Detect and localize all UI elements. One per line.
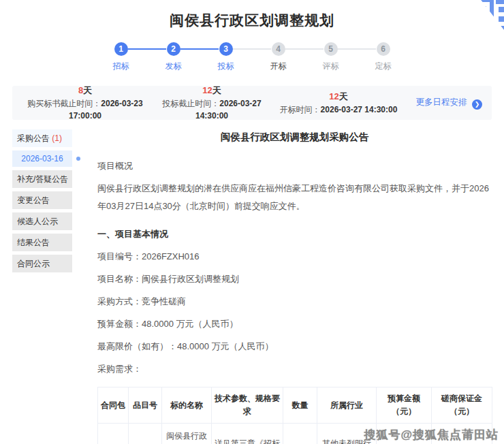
- col-subject-name: 标的名称: [162, 387, 212, 424]
- page-title: 闽侯县行政区划调整规划: [0, 0, 504, 30]
- sidebar-item-change[interactable]: 变更公告: [12, 191, 72, 209]
- step-circle: 1: [114, 42, 128, 56]
- schedule-item-open-time: 12天 开标时间：2026-03-27 14:30:00: [275, 90, 402, 116]
- step-label: 招标: [95, 61, 147, 72]
- col-budget-amount: 预算金额 （元）: [377, 387, 432, 424]
- schedule-label: 投标截止时间：: [162, 99, 219, 108]
- field-label: 项目名称：: [97, 274, 142, 284]
- step-circle: 3: [219, 42, 233, 56]
- field-budget: 预算金额：48.0000 万元（人民币）: [97, 318, 492, 330]
- step-label: 开标: [252, 61, 304, 72]
- col-quantity: 数量: [283, 387, 317, 424]
- announcement-count-badge: (1): [52, 133, 62, 143]
- sidebar-item-results[interactable]: 结果公告: [12, 234, 72, 251]
- overview-heading: 项目概况: [97, 157, 492, 174]
- sidebar-item-date[interactable]: 2026-03-16: [12, 150, 72, 167]
- cell-contract-package: 1: [98, 424, 129, 444]
- field-project-number: 项目编号：2026FZXH016: [97, 251, 492, 263]
- step-evaluate: 5 评标: [304, 42, 357, 72]
- sidebar-item-supplement[interactable]: 补充/答疑公告: [12, 170, 72, 188]
- cell-subject-name: 闽侯县行政区划调整规划: [162, 424, 212, 444]
- step-issue: 2 发标: [147, 42, 200, 72]
- step-label: 评标: [304, 61, 357, 72]
- sidebar-item-label: 采购公告: [17, 133, 50, 143]
- step-circle: 6: [377, 42, 390, 56]
- step-label: 发标: [147, 61, 200, 72]
- step-award: 6 定标: [357, 42, 409, 72]
- watermark: 搜狐号@搜狐焦点莆田站: [364, 427, 499, 443]
- field-value: 竞争性磋商: [142, 296, 186, 306]
- field-value: 48.0000 万元（人民币）: [142, 319, 238, 329]
- sidebar-item-procurement-announcement[interactable]: 采购公告 (1): [12, 129, 72, 147]
- col-contract-package: 合同包: [98, 387, 129, 424]
- cell-quantity: 1项: [283, 424, 317, 444]
- col-industry: 所属行业: [317, 387, 377, 424]
- cell-tech-specs: 详见第三章《招标内容及要求》: [212, 424, 283, 444]
- field-value: 2026FZXH016: [142, 251, 200, 261]
- progress-stepper: 1 招标 2 发标 3 投标 4 开标 5 评标 6 定标: [0, 42, 504, 72]
- col-tech-specs: 技术参数、规格要求: [212, 387, 283, 424]
- step-submit: 3 投标: [200, 42, 252, 72]
- date-label: 2026-03-16: [21, 154, 63, 163]
- field-label: 最高限价（如有）：: [97, 341, 177, 351]
- days-unit: 天: [83, 85, 92, 95]
- step-bidding: 1 招标: [95, 42, 147, 72]
- step-label: 投标: [200, 61, 252, 72]
- active-dot-icon: [76, 157, 80, 161]
- more-schedule-label: 更多日程安排: [416, 97, 467, 107]
- step-circle: 4: [272, 42, 285, 56]
- sidebar-item-candidates[interactable]: 候选人公示: [12, 212, 72, 230]
- days-unit: 天: [212, 85, 221, 95]
- field-project-name: 项目名称：闽侯县行政区划调整规划: [97, 273, 492, 285]
- step-circle: 2: [167, 42, 180, 56]
- table-header-row: 合同包 品目号 标的名称 技术参数、规格要求 数量 所属行业 预算金额 （元） …: [98, 387, 492, 424]
- field-max-price: 最高限价（如有）：48.0000 万元（人民币）: [97, 340, 492, 353]
- schedule-bar: 8天 购买标书截止时间：2026-03-23 17:00:00 12天 投标截止…: [12, 86, 492, 120]
- chevron-right-icon: ❯: [472, 99, 482, 110]
- demand-label: 采购需求：: [97, 363, 492, 375]
- schedule-label: 开标时间：: [280, 105, 321, 114]
- more-schedule-link[interactable]: 更多日程安排 ❯: [402, 97, 482, 110]
- step-label: 定标: [357, 61, 409, 72]
- field-label: 预算金额：: [97, 319, 142, 329]
- field-label: 项目编号：: [97, 251, 142, 261]
- schedule-label: 购买标书截止时间：: [27, 99, 101, 108]
- schedule-item-purchase-deadline: 8天 购买标书截止时间：2026-03-23 17:00:00: [22, 84, 148, 122]
- sidebar-item-contract[interactable]: 合同公示: [12, 255, 72, 272]
- step-open: 4 开标: [252, 42, 304, 72]
- field-procurement-method: 采购方式：竞争性磋商: [97, 296, 492, 308]
- col-deposit: 磋商保证金 （元）: [432, 387, 492, 424]
- days-unit: 天: [339, 91, 348, 101]
- overview-text: 闽侯县行政区划调整规划的潜在供应商应在福州信豪工程造价咨询有限公司获取采购文件，…: [97, 180, 492, 215]
- days-count: 12: [329, 91, 338, 101]
- field-label: 采购方式：: [97, 296, 142, 306]
- step-circle: 5: [324, 42, 338, 56]
- days-count: 12: [202, 85, 212, 95]
- field-value: 闽侯县行政区划调整规划: [142, 274, 239, 284]
- schedule-value: 2026-03-27 14:30:00: [321, 105, 398, 114]
- field-value: 48.0000 万元（人民币）: [177, 341, 274, 351]
- col-item-number: 品目号: [129, 387, 162, 424]
- announcement-body: 闽侯县行政区划调整规划采购公告 项目概况 闽侯县行政区划调整规划的潜在供应商应在…: [97, 129, 492, 444]
- schedule-item-bid-deadline: 12天 投标截止时间：2026-03-27 14:30:00: [148, 84, 275, 122]
- cell-item-number: 1-1: [129, 424, 162, 444]
- content-area: 采购公告 (1) 2026-03-16 补充/答疑公告 变更公告 候选人公示 结…: [0, 129, 504, 444]
- section1-heading: 一、项目基本情况: [97, 228, 492, 240]
- announcement-title: 闽侯县行政区划调整规划采购公告: [97, 131, 492, 144]
- sidebar: 采购公告 (1) 2026-03-16 补充/答疑公告 变更公告 候选人公示 结…: [12, 129, 72, 444]
